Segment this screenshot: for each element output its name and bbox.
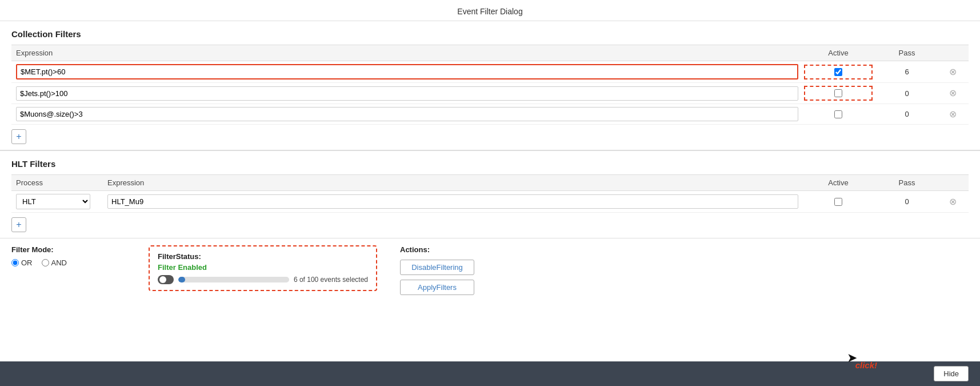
remove-button-1[interactable]: ⊗	[948, 66, 958, 78]
bottom-bar: ➤ click! Hide	[0, 361, 980, 386]
collection-header-actions	[941, 49, 964, 57]
dialog-body: Collection Filters Expression Active Pas…	[0, 21, 980, 361]
pass-cell-1: 6	[873, 67, 941, 76]
radio-group: OR AND	[11, 258, 126, 267]
click-annotation: click!	[855, 360, 877, 370]
filter-toggle[interactable]	[158, 275, 174, 284]
collection-filters-header: Expression Active Pass	[11, 45, 969, 61]
expression-input-2[interactable]	[16, 86, 798, 101]
progress-bar-fill	[178, 277, 185, 282]
filter-status-label: FilterStatus:	[158, 252, 368, 261]
remove-cell-2: ⊗	[941, 87, 964, 99]
filter-mode-or-label[interactable]: OR	[11, 258, 33, 267]
process-select-1[interactable]: HLT L1T Other	[16, 194, 90, 209]
hlt-expression-cell-1	[107, 194, 804, 209]
hlt-header-process: Process	[16, 178, 107, 187]
dialog-title: Event Filter Dialog	[457, 7, 522, 16]
active-cell-1	[804, 65, 873, 79]
remove-button-2[interactable]: ⊗	[948, 87, 958, 99]
hlt-expression-input-1[interactable]	[107, 194, 798, 209]
filter-mode-section: Filter Mode: OR AND	[11, 245, 126, 267]
apply-filters-button[interactable]: ApplyFilters	[400, 280, 474, 295]
expression-cell-1	[16, 64, 804, 79]
progress-bar-container	[178, 277, 289, 282]
filter-mode-or-radio[interactable]	[11, 259, 19, 266]
hlt-header-actions	[941, 178, 964, 187]
hlt-filters-section: HLT Filters Process Expression Active Pa…	[0, 151, 980, 238]
filter-mode-and-radio[interactable]	[42, 259, 49, 266]
active-checkbox-2[interactable]	[834, 89, 842, 97]
disable-filtering-button[interactable]: DisableFiltering	[400, 260, 474, 275]
toggle-knob	[159, 276, 166, 283]
hlt-header-expression: Expression	[107, 178, 804, 187]
hlt-filters-title: HLT Filters	[11, 159, 969, 169]
active-cell-2	[804, 86, 873, 101]
dialog-wrapper: Event Filter Dialog Collection Filters E…	[0, 0, 980, 386]
collection-filters-section: Collection Filters Expression Active Pas…	[0, 21, 980, 150]
process-cell-1: HLT L1T Other	[16, 194, 107, 209]
hlt-filters-header: Process Expression Active Pass	[11, 174, 969, 191]
pass-cell-3: 0	[873, 110, 941, 118]
actions-section: Actions: DisableFiltering ApplyFilters	[400, 245, 474, 295]
hlt-pass-cell-1: 0	[873, 197, 941, 206]
table-row: HLT L1T Other 0 ⊗	[11, 191, 969, 213]
table-row: 6 ⊗	[11, 61, 969, 83]
expression-input-1[interactable]	[16, 64, 798, 79]
hlt-active-cell-1	[804, 198, 873, 206]
hlt-remove-button-1[interactable]: ⊗	[948, 196, 958, 208]
filter-mode-and-label[interactable]: AND	[42, 258, 67, 267]
filter-enabled-text: Filter Enabled	[158, 263, 368, 272]
table-row: 0 ⊗	[11, 104, 969, 125]
pass-cell-2: 0	[873, 89, 941, 98]
table-row: 0 ⊗	[11, 83, 969, 104]
add-hlt-filter-button[interactable]: +	[11, 217, 26, 232]
add-collection-filter-button[interactable]: +	[11, 129, 26, 144]
dialog-title-bar: Event Filter Dialog	[0, 0, 980, 21]
hlt-header-active: Active	[804, 178, 873, 187]
hlt-remove-cell-1: ⊗	[941, 196, 964, 208]
hlt-active-checkbox-1[interactable]	[834, 198, 842, 206]
hide-button[interactable]: Hide	[934, 366, 969, 381]
collection-filters-title: Collection Filters	[11, 29, 969, 39]
filter-mode-and-text: AND	[51, 258, 67, 267]
collection-header-pass: Pass	[873, 49, 941, 57]
expression-cell-2	[16, 86, 804, 101]
expression-input-3[interactable]	[16, 107, 798, 121]
expression-cell-3	[16, 107, 804, 121]
active-checkbox-3[interactable]	[834, 110, 842, 118]
active-checkbox-1[interactable]	[834, 68, 842, 76]
collection-header-active: Active	[804, 49, 873, 57]
remove-cell-1: ⊗	[941, 66, 964, 78]
remove-button-3[interactable]: ⊗	[948, 109, 958, 120]
actions-label: Actions:	[400, 245, 430, 254]
footer: Filter Mode: OR AND FilterStatus: Filter…	[0, 238, 980, 302]
hlt-header-pass: Pass	[873, 178, 941, 187]
active-cell-3	[804, 110, 873, 118]
filter-mode-or-text: OR	[21, 258, 33, 267]
progress-row: 6 of 100 events selected	[158, 275, 368, 284]
filter-mode-label: Filter Mode:	[11, 245, 126, 254]
filter-status-section: FilterStatus: Filter Enabled 6 of 100 ev…	[149, 245, 377, 291]
collection-header-expression: Expression	[16, 49, 804, 57]
events-selected-text: 6 of 100 events selected	[294, 276, 368, 284]
remove-cell-3: ⊗	[941, 109, 964, 120]
